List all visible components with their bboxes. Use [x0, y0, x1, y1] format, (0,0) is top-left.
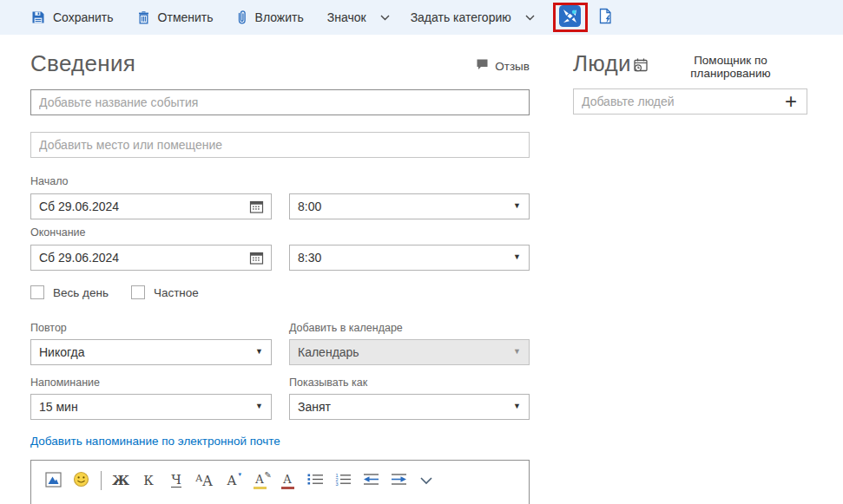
event-body-editor[interactable]: Ж К Ч AA A ▾ A ✎ — [30, 460, 530, 504]
add-people-field: + — [573, 88, 807, 115]
numbered-list-button[interactable]: 123 — [332, 470, 354, 491]
start-time-combobox[interactable]: 8:00 ▼ — [289, 193, 530, 219]
people-header: Люди Помощник по планированию — [573, 35, 807, 77]
outdent-button[interactable] — [359, 470, 382, 491]
start-label: Начало — [30, 175, 530, 187]
svg-text:3: 3 — [335, 481, 338, 486]
chevron-down-icon — [380, 15, 390, 21]
attach-label: Вложить — [255, 10, 304, 24]
private-checkbox[interactable] — [131, 285, 145, 299]
triangle-down-icon: ▼ — [513, 201, 521, 210]
people-panel: Люди Помощник по планированию + — [573, 35, 807, 115]
charm-label: Значок — [327, 10, 366, 24]
chevron-down-icon — [420, 475, 432, 488]
repeat-value: Никогда — [39, 345, 84, 359]
pencil-icon: ✎ — [265, 470, 272, 480]
bold-button[interactable]: Ж — [109, 470, 132, 491]
more-formatting-button[interactable] — [415, 470, 438, 491]
discard-button[interactable]: Отменить — [137, 10, 214, 24]
red-highlight-box — [553, 3, 588, 32]
start-date-input[interactable] — [31, 194, 271, 219]
insert-image-button[interactable] — [42, 470, 64, 491]
font-color-icon: A — [281, 473, 294, 489]
highlight-letter: A — [255, 473, 263, 486]
end-date-field[interactable] — [30, 245, 272, 271]
plus-icon: + — [785, 89, 797, 113]
end-time-combobox[interactable]: 8:30 ▼ — [289, 245, 530, 271]
repeat-label: Повтор — [30, 322, 272, 334]
document-lightning-icon — [598, 8, 613, 27]
all-day-label: Весь день — [53, 286, 109, 299]
underline-button[interactable]: Ч — [165, 470, 188, 491]
scheduling-assistant-label: Помощник по планированию — [654, 54, 807, 80]
indent-button[interactable] — [387, 470, 410, 491]
indent-icon — [390, 473, 408, 488]
calendar-clock-icon — [633, 57, 649, 75]
triangle-down-icon: ▼ — [255, 402, 263, 410]
reminder-value: 15 мин — [39, 400, 78, 414]
bullet-list-button[interactable] — [304, 470, 326, 491]
scheduling-assistant-button[interactable]: Помощник по планированию — [633, 54, 807, 80]
reminder-label: Напоминание — [30, 376, 272, 389]
font-icon: A — [195, 473, 202, 484]
highlight-color-bar — [254, 487, 267, 489]
show-as-combobox[interactable]: Занят ▼ — [289, 394, 530, 420]
end-label: Окончание — [30, 226, 530, 239]
options-row: Весь день Частное — [30, 285, 530, 299]
end-date-input[interactable] — [31, 245, 271, 270]
charm-button[interactable]: Значок — [327, 10, 390, 24]
event-details-panel: Сведения Отзыв Начало 8:00 ▼ Окончание 8… — [30, 35, 530, 504]
italic-icon: К — [143, 473, 154, 488]
font-color-bar — [281, 487, 294, 489]
font-button[interactable]: AA — [193, 470, 215, 491]
add-people-input[interactable] — [574, 89, 807, 114]
event-title-input[interactable] — [30, 89, 530, 115]
triangle-down-icon: ▼ — [513, 402, 521, 410]
details-header: Сведения Отзыв — [30, 35, 530, 80]
save-to-calendar-label: Добавить в календаре — [289, 322, 530, 334]
people-title: Люди — [573, 50, 631, 77]
font-size-button[interactable]: A ▾ — [221, 470, 243, 491]
toolbar-divider — [101, 471, 102, 490]
outdent-icon — [362, 473, 380, 488]
calendar-icon[interactable] — [249, 251, 264, 269]
bold-icon: Ж — [112, 473, 129, 488]
save-icon — [31, 10, 45, 24]
reminder-combobox[interactable]: 15 мин ▼ — [30, 394, 272, 420]
set-category-label: Задать категорию — [411, 10, 511, 24]
triangle-down-icon: ▼ — [513, 347, 521, 356]
add-person-button[interactable]: + — [779, 89, 803, 114]
emoji-button[interactable] — [69, 470, 92, 491]
start-time-value: 8:00 — [298, 200, 321, 213]
show-as-value: Занят — [298, 400, 331, 414]
show-as-label: Показывать как — [289, 376, 530, 389]
font-icon-large: A — [202, 473, 213, 489]
smiley-icon — [73, 471, 89, 490]
repeat-combobox[interactable]: Никогда ▼ — [30, 339, 272, 365]
event-location-input[interactable] — [30, 132, 530, 158]
all-day-checkbox[interactable] — [30, 285, 44, 299]
skype-meeting-button[interactable] — [559, 5, 581, 29]
start-date-field[interactable] — [30, 193, 272, 219]
calendar-icon[interactable] — [249, 200, 264, 218]
image-icon — [45, 472, 62, 490]
font-color-button[interactable]: A — [276, 470, 299, 491]
save-to-calendar-combobox: Календарь ▼ — [289, 339, 530, 365]
underline-icon: Ч — [171, 474, 181, 488]
attach-button[interactable]: Вложить — [237, 10, 304, 25]
triangle-down-icon: ▾ — [238, 471, 241, 478]
triangle-down-icon: ▼ — [255, 347, 263, 356]
save-button[interactable]: Сохранить — [31, 10, 114, 24]
feedback-label: Отзыв — [495, 60, 530, 73]
set-category-button[interactable]: Задать категорию — [411, 10, 535, 24]
paperclip-icon — [237, 10, 247, 25]
italic-button[interactable]: К — [137, 470, 160, 491]
email-reminder-link[interactable]: Добавить напоминание по электронной почт… — [30, 435, 280, 448]
feedback-button[interactable]: Отзыв — [476, 58, 530, 74]
skype-meeting-icon — [559, 5, 581, 29]
bullet-list-icon — [307, 473, 324, 488]
discard-label: Отменить — [158, 10, 214, 24]
trash-icon — [137, 10, 150, 24]
templates-button[interactable] — [598, 8, 613, 27]
highlight-button[interactable]: A ✎ — [248, 470, 271, 491]
